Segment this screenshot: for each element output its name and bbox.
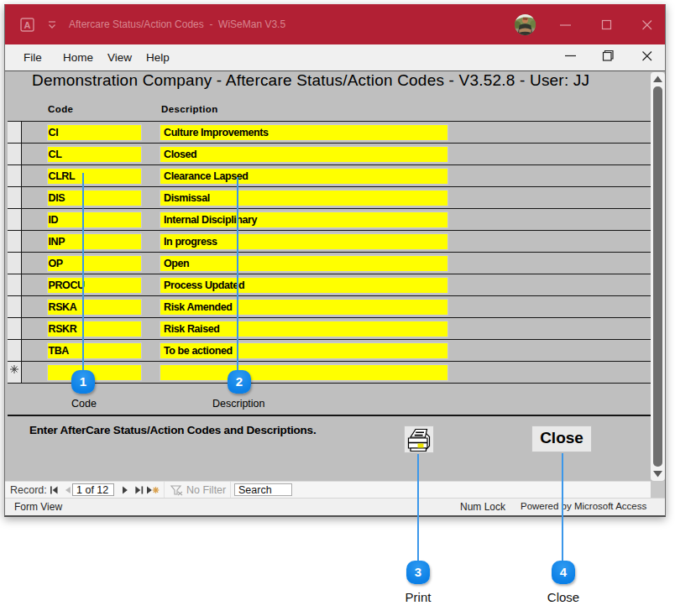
svg-text:A: A bbox=[24, 20, 31, 30]
